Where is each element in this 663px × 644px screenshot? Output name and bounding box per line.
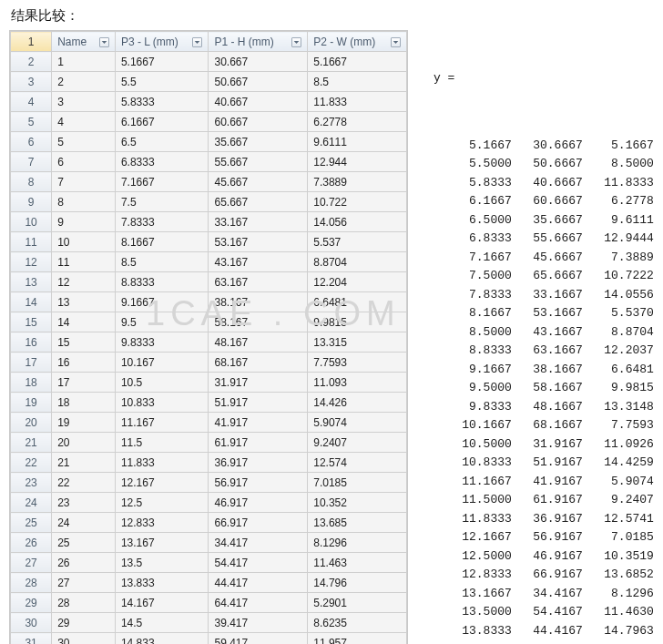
row-number[interactable]: 5	[11, 112, 52, 132]
cell-p2[interactable]: 11.463	[308, 553, 407, 573]
cell-p1[interactable]: 38.167	[209, 292, 308, 312]
cell-p3[interactable]: 9.8333	[115, 332, 209, 353]
row-number[interactable]: 18	[11, 373, 52, 393]
cell-name[interactable]: 25	[52, 533, 116, 553]
cell-p1[interactable]: 64.417	[209, 593, 308, 613]
cell-p3[interactable]: 5.5	[115, 72, 209, 92]
cell-p2[interactable]: 8.6235	[308, 613, 407, 633]
cell-p2[interactable]: 9.2407	[308, 433, 407, 453]
row-number[interactable]: 15	[11, 312, 52, 332]
cell-p3[interactable]: 7.1667	[115, 172, 209, 192]
cell-name[interactable]: 28	[52, 593, 116, 613]
cell-p2[interactable]: 7.0185	[308, 473, 407, 493]
cell-p2[interactable]: 7.3889	[308, 172, 407, 192]
corner-cell[interactable]: 1	[11, 32, 52, 52]
cell-p1[interactable]: 68.167	[209, 353, 308, 373]
cell-p2[interactable]: 9.9815	[308, 312, 407, 332]
table-row[interactable]: 212011.561.9179.2407	[11, 433, 407, 453]
table-row[interactable]: 656.535.6679.6111	[11, 132, 407, 152]
cell-name[interactable]: 2	[52, 72, 116, 92]
cell-p2[interactable]: 13.315	[308, 332, 407, 353]
cell-p3[interactable]: 10.833	[115, 393, 209, 413]
cell-p1[interactable]: 43.167	[209, 252, 308, 272]
table-row[interactable]: 546.166760.6676.2778	[11, 112, 407, 132]
cell-p3[interactable]: 11.167	[115, 413, 209, 433]
cell-p3[interactable]: 11.833	[115, 453, 209, 473]
cell-p3[interactable]: 13.833	[115, 573, 209, 593]
table-row[interactable]: 16159.833348.16713.315	[11, 332, 407, 353]
cell-name[interactable]: 8	[52, 192, 116, 212]
cell-p3[interactable]: 9.1667	[115, 292, 209, 312]
row-number[interactable]: 13	[11, 272, 52, 292]
cell-name[interactable]: 14	[52, 312, 116, 332]
table-row[interactable]: 222111.83336.91712.574	[11, 453, 407, 473]
cell-name[interactable]: 17	[52, 373, 116, 393]
cell-name[interactable]: 19	[52, 413, 116, 433]
row-number[interactable]: 28	[11, 573, 52, 593]
cell-name[interactable]: 3	[52, 92, 116, 112]
cell-p1[interactable]: 40.667	[209, 92, 308, 112]
cell-p3[interactable]: 8.8333	[115, 272, 209, 292]
cell-p1[interactable]: 34.417	[209, 533, 308, 553]
row-number[interactable]: 24	[11, 493, 52, 513]
cell-p3[interactable]: 5.1667	[115, 52, 209, 72]
row-number[interactable]: 6	[11, 132, 52, 152]
cell-p2[interactable]: 5.537	[308, 232, 407, 252]
cell-p2[interactable]: 11.833	[308, 92, 407, 112]
table-row[interactable]: 201911.16741.9175.9074	[11, 413, 407, 433]
cell-name[interactable]: 21	[52, 453, 116, 473]
table-row[interactable]: 325.550.6678.5	[11, 72, 407, 92]
table-row[interactable]: 1097.833333.16714.056	[11, 212, 407, 232]
cell-p2[interactable]: 14.056	[308, 212, 407, 232]
cell-p1[interactable]: 56.917	[209, 473, 308, 493]
cell-name[interactable]: 1	[52, 52, 116, 72]
row-number[interactable]: 16	[11, 332, 52, 353]
cell-p2[interactable]: 6.6481	[308, 292, 407, 312]
row-number[interactable]: 11	[11, 232, 52, 252]
row-number[interactable]: 26	[11, 533, 52, 553]
cell-p2[interactable]: 5.1667	[308, 52, 407, 72]
cell-p1[interactable]: 45.667	[209, 172, 308, 192]
cell-name[interactable]: 13	[52, 292, 116, 312]
cell-p1[interactable]: 55.667	[209, 152, 308, 172]
cell-p3[interactable]: 14.5	[115, 613, 209, 633]
cell-p2[interactable]: 12.574	[308, 453, 407, 473]
cell-p2[interactable]: 6.2778	[308, 112, 407, 132]
cell-p3[interactable]: 12.5	[115, 493, 209, 513]
cell-p2[interactable]: 5.2901	[308, 593, 407, 613]
cell-p3[interactable]: 7.8333	[115, 212, 209, 232]
cell-p2[interactable]: 12.204	[308, 272, 407, 292]
row-number[interactable]: 23	[11, 473, 52, 493]
table-row[interactable]: 215.166730.6675.1667	[11, 52, 407, 72]
cell-p2[interactable]: 12.944	[308, 152, 407, 172]
table-row[interactable]: 313014.83359.41711.957	[11, 633, 407, 645]
col-header-p3[interactable]: P3 - L (mm)	[115, 32, 209, 52]
row-number[interactable]: 25	[11, 513, 52, 533]
table-row[interactable]: 292814.16764.4175.2901	[11, 593, 407, 613]
cell-name[interactable]: 7	[52, 172, 116, 192]
cell-p1[interactable]: 36.917	[209, 453, 308, 473]
cell-p2[interactable]: 14.426	[308, 393, 407, 413]
row-number[interactable]: 14	[11, 292, 52, 312]
cell-p3[interactable]: 14.833	[115, 633, 209, 645]
cell-p3[interactable]: 9.5	[115, 312, 209, 332]
cell-name[interactable]: 22	[52, 473, 116, 493]
table-row[interactable]: 987.565.66710.722	[11, 192, 407, 212]
row-number[interactable]: 9	[11, 192, 52, 212]
cell-p2[interactable]: 8.1296	[308, 533, 407, 553]
table-row[interactable]: 766.833355.66712.944	[11, 152, 407, 172]
cell-p1[interactable]: 59.417	[209, 633, 308, 645]
cell-p2[interactable]: 8.8704	[308, 252, 407, 272]
cell-name[interactable]: 11	[52, 252, 116, 272]
cell-p1[interactable]: 66.917	[209, 513, 308, 533]
cell-p3[interactable]: 7.5	[115, 192, 209, 212]
table-row[interactable]: 11108.166753.1675.537	[11, 232, 407, 252]
table-row[interactable]: 171610.16768.1677.7593	[11, 353, 407, 373]
cell-p1[interactable]: 48.167	[209, 332, 308, 353]
cell-p2[interactable]: 14.796	[308, 573, 407, 593]
cell-p1[interactable]: 30.667	[209, 52, 308, 72]
cell-p3[interactable]: 13.5	[115, 553, 209, 573]
cell-p1[interactable]: 63.167	[209, 272, 308, 292]
cell-name[interactable]: 23	[52, 493, 116, 513]
cell-p2[interactable]: 10.722	[308, 192, 407, 212]
